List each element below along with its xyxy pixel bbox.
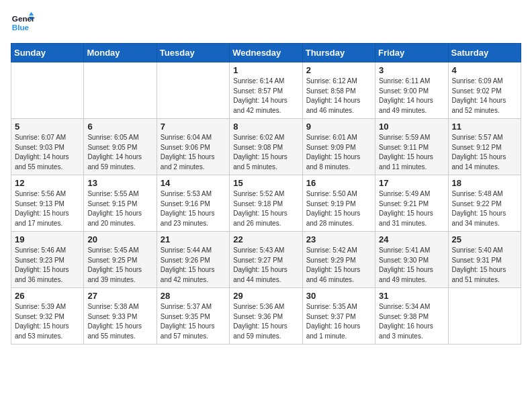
svg-text:Blue: Blue [12,23,30,32]
calendar-week-row: 26Sunrise: 5:39 AM Sunset: 9:32 PM Dayli… [11,288,521,345]
day-number: 25 [452,234,517,244]
day-info: Sunrise: 5:59 AM Sunset: 9:11 PM Dayligh… [379,133,444,172]
day-number: 5 [15,122,80,132]
day-number: 24 [379,234,444,244]
day-number: 19 [15,234,80,244]
day-info: Sunrise: 6:07 AM Sunset: 9:03 PM Dayligh… [15,133,80,172]
day-info: Sunrise: 5:37 AM Sunset: 9:35 PM Dayligh… [161,302,226,341]
day-info: Sunrise: 5:48 AM Sunset: 9:22 PM Dayligh… [452,189,517,228]
calendar-cell: 13Sunrise: 5:55 AM Sunset: 9:15 PM Dayli… [84,175,157,232]
calendar-cell: 14Sunrise: 5:53 AM Sunset: 9:16 PM Dayli… [157,175,229,232]
calendar-cell: 8Sunrise: 6:02 AM Sunset: 9:08 PM Daylig… [230,119,302,175]
calendar-cell: 24Sunrise: 5:41 AM Sunset: 9:30 PM Dayli… [375,232,448,288]
day-number: 8 [233,122,298,132]
day-info: Sunrise: 5:34 AM Sunset: 9:38 PM Dayligh… [379,302,444,341]
calendar-week-row: 1Sunrise: 6:14 AM Sunset: 8:57 PM Daylig… [11,62,521,119]
day-info: Sunrise: 6:04 AM Sunset: 9:06 PM Dayligh… [161,133,226,172]
day-info: Sunrise: 5:52 AM Sunset: 9:18 PM Dayligh… [233,189,298,228]
day-number: 2 [306,65,371,75]
day-info: Sunrise: 6:01 AM Sunset: 9:09 PM Dayligh… [306,133,371,172]
day-info: Sunrise: 5:35 AM Sunset: 9:37 PM Dayligh… [306,302,371,341]
day-number: 11 [452,122,517,132]
calendar-cell: 11Sunrise: 5:57 AM Sunset: 9:12 PM Dayli… [448,119,521,175]
day-info: Sunrise: 6:02 AM Sunset: 9:08 PM Dayligh… [233,133,298,172]
day-number: 1 [233,65,298,75]
day-info: Sunrise: 6:12 AM Sunset: 8:58 PM Dayligh… [306,77,371,116]
day-info: Sunrise: 6:11 AM Sunset: 9:00 PM Dayligh… [379,77,444,116]
weekday-header: Monday [84,44,157,62]
weekday-header: Friday [375,44,448,62]
calendar-cell: 19Sunrise: 5:46 AM Sunset: 9:23 PM Dayli… [11,232,84,288]
day-info: Sunrise: 5:39 AM Sunset: 9:32 PM Dayligh… [15,302,80,341]
page-header: General Blue [11,11,521,35]
calendar-cell: 21Sunrise: 5:44 AM Sunset: 9:26 PM Dayli… [157,232,229,288]
day-number: 4 [452,65,517,75]
calendar-cell: 26Sunrise: 5:39 AM Sunset: 9:32 PM Dayli… [11,288,84,345]
calendar-cell: 4Sunrise: 6:09 AM Sunset: 9:02 PM Daylig… [448,62,521,119]
calendar-cell: 17Sunrise: 5:49 AM Sunset: 9:21 PM Dayli… [375,175,448,232]
day-number: 15 [233,178,298,188]
weekday-header: Saturday [448,44,521,62]
day-info: Sunrise: 6:14 AM Sunset: 8:57 PM Dayligh… [233,77,298,116]
calendar-cell [157,62,229,119]
calendar-cell: 12Sunrise: 5:56 AM Sunset: 9:13 PM Dayli… [11,175,84,232]
day-info: Sunrise: 5:50 AM Sunset: 9:19 PM Dayligh… [306,189,371,228]
day-info: Sunrise: 6:05 AM Sunset: 9:05 PM Dayligh… [87,133,152,172]
day-number: 17 [379,178,444,188]
day-number: 18 [452,178,517,188]
calendar-header-row: SundayMondayTuesdayWednesdayThursdayFrid… [11,44,521,62]
day-info: Sunrise: 5:56 AM Sunset: 9:13 PM Dayligh… [15,189,80,228]
calendar-cell: 27Sunrise: 5:38 AM Sunset: 9:33 PM Dayli… [84,288,157,345]
calendar-cell: 15Sunrise: 5:52 AM Sunset: 9:18 PM Dayli… [230,175,302,232]
calendar-week-row: 12Sunrise: 5:56 AM Sunset: 9:13 PM Dayli… [11,175,521,232]
calendar-cell: 5Sunrise: 6:07 AM Sunset: 9:03 PM Daylig… [11,119,84,175]
calendar-cell: 31Sunrise: 5:34 AM Sunset: 9:38 PM Dayli… [375,288,448,345]
calendar-cell: 28Sunrise: 5:37 AM Sunset: 9:35 PM Dayli… [157,288,229,345]
calendar-cell: 3Sunrise: 6:11 AM Sunset: 9:00 PM Daylig… [375,62,448,119]
day-info: Sunrise: 5:46 AM Sunset: 9:23 PM Dayligh… [15,246,80,285]
day-number: 14 [161,178,226,188]
weekday-header: Thursday [302,44,375,62]
day-info: Sunrise: 5:44 AM Sunset: 9:26 PM Dayligh… [161,246,226,285]
day-info: Sunrise: 5:43 AM Sunset: 9:27 PM Dayligh… [233,246,298,285]
day-number: 22 [233,234,298,244]
day-info: Sunrise: 5:55 AM Sunset: 9:15 PM Dayligh… [87,189,152,228]
calendar-cell: 22Sunrise: 5:43 AM Sunset: 9:27 PM Dayli… [230,232,302,288]
calendar-cell: 16Sunrise: 5:50 AM Sunset: 9:19 PM Dayli… [302,175,375,232]
day-number: 20 [87,234,152,244]
day-info: Sunrise: 5:38 AM Sunset: 9:33 PM Dayligh… [87,302,152,341]
day-info: Sunrise: 5:42 AM Sunset: 9:29 PM Dayligh… [306,246,371,285]
weekday-header: Tuesday [157,44,229,62]
day-info: Sunrise: 5:41 AM Sunset: 9:30 PM Dayligh… [379,246,444,285]
calendar-cell: 9Sunrise: 6:01 AM Sunset: 9:09 PM Daylig… [302,119,375,175]
weekday-header: Wednesday [230,44,302,62]
calendar-cell [84,62,157,119]
day-info: Sunrise: 5:53 AM Sunset: 9:16 PM Dayligh… [161,189,226,228]
calendar-cell: 6Sunrise: 6:05 AM Sunset: 9:05 PM Daylig… [84,119,157,175]
day-info: Sunrise: 5:57 AM Sunset: 9:12 PM Dayligh… [452,133,517,172]
calendar-week-row: 5Sunrise: 6:07 AM Sunset: 9:03 PM Daylig… [11,119,521,175]
calendar-cell: 25Sunrise: 5:40 AM Sunset: 9:31 PM Dayli… [448,232,521,288]
calendar-cell: 18Sunrise: 5:48 AM Sunset: 9:22 PM Dayli… [448,175,521,232]
day-info: Sunrise: 5:36 AM Sunset: 9:36 PM Dayligh… [233,302,298,341]
calendar-cell: 10Sunrise: 5:59 AM Sunset: 9:11 PM Dayli… [375,119,448,175]
day-number: 26 [15,291,80,301]
day-number: 13 [87,178,152,188]
day-number: 3 [379,65,444,75]
day-number: 23 [306,234,371,244]
day-info: Sunrise: 5:49 AM Sunset: 9:21 PM Dayligh… [379,189,444,228]
day-info: Sunrise: 5:40 AM Sunset: 9:31 PM Dayligh… [452,246,517,285]
day-number: 31 [379,291,444,301]
day-number: 10 [379,122,444,132]
day-number: 29 [233,291,298,301]
calendar-cell: 30Sunrise: 5:35 AM Sunset: 9:37 PM Dayli… [302,288,375,345]
calendar-cell: 29Sunrise: 5:36 AM Sunset: 9:36 PM Dayli… [230,288,302,345]
calendar-cell: 20Sunrise: 5:45 AM Sunset: 9:25 PM Dayli… [84,232,157,288]
day-number: 16 [306,178,371,188]
calendar-table: SundayMondayTuesdayWednesdayThursdayFrid… [11,43,521,345]
calendar-cell: 1Sunrise: 6:14 AM Sunset: 8:57 PM Daylig… [230,62,302,119]
day-info: Sunrise: 5:45 AM Sunset: 9:25 PM Dayligh… [87,246,152,285]
day-number: 6 [87,122,152,132]
day-number: 30 [306,291,371,301]
day-number: 12 [15,178,80,188]
